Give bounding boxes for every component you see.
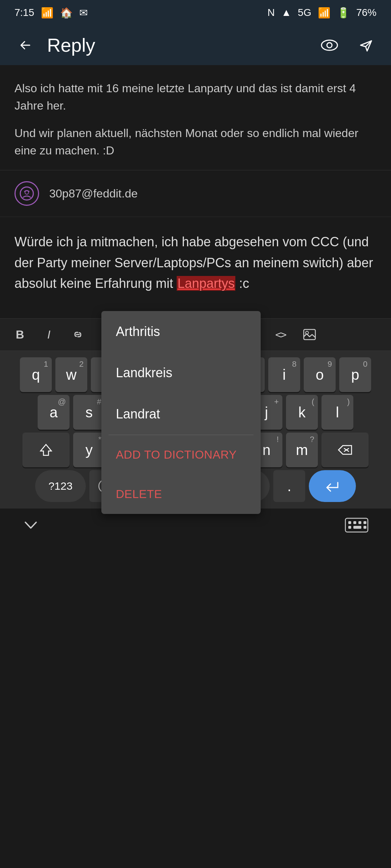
send-button[interactable] (355, 34, 377, 56)
reply-text[interactable]: Würde ich ja mitmachen, ich habe abgeseh… (14, 231, 377, 294)
back-button[interactable] (14, 34, 36, 56)
svg-point-1 (327, 43, 332, 48)
key-m[interactable]: m? (286, 433, 318, 467)
battery-icon: 🔋 (337, 7, 350, 19)
sender-row: 30p87@feddit.de (0, 170, 391, 217)
key-o[interactable]: o9 (304, 357, 336, 392)
key-l[interactable]: l) (321, 395, 353, 430)
quoted-paragraph-2: Und wir planen aktuell, nächsten Monat o… (14, 124, 377, 159)
app-bar: Reply (0, 25, 391, 65)
page-title: Reply (47, 34, 95, 56)
battery-percent: 76% (356, 7, 377, 18)
svg-rect-29 (363, 526, 366, 529)
key-w[interactable]: w2 (55, 357, 87, 392)
wifi-icon: ▲ (281, 7, 291, 18)
nfc-icon: N (268, 7, 275, 18)
spell-suggestion-1[interactable]: Arthritis (101, 311, 261, 352)
key-a[interactable]: a@ (38, 395, 70, 430)
sender-email: 30p87@feddit.de (49, 187, 138, 200)
reply-content-area[interactable]: Würde ich ja mitmachen, ich habe abgeseh… (0, 217, 391, 318)
spell-check-popup: Arthritis Landkreis Landrat ADD TO DICTI… (101, 311, 261, 514)
svg-rect-26 (363, 521, 366, 524)
misspelled-word[interactable]: Lanpartys (177, 276, 235, 291)
key-y[interactable]: y* (73, 433, 105, 467)
mail-icon: ✉ (79, 7, 88, 19)
add-to-dictionary-button[interactable]: ADD TO DICTIONARY (101, 435, 261, 475)
code-button[interactable]: <> (268, 322, 293, 347)
key-s[interactable]: s# (73, 395, 105, 430)
chevron-down-icon[interactable] (22, 518, 40, 536)
svg-rect-22 (345, 518, 368, 532)
image-button[interactable] (297, 322, 322, 347)
carrier-icon: 🏠 (60, 7, 73, 19)
svg-rect-24 (353, 521, 356, 524)
period-key[interactable]: . (273, 470, 305, 502)
key-p[interactable]: p0 (339, 357, 371, 392)
status-right: N ▲ 5G 📶 🔋 76% (268, 7, 377, 19)
spell-suggestion-3[interactable]: Landrat (101, 393, 261, 435)
italic-button[interactable]: I (36, 322, 62, 347)
time: 7:15 (14, 7, 34, 18)
svg-rect-27 (348, 526, 351, 529)
reply-text-after: :c (235, 276, 249, 291)
status-bar: 7:15 📶 🏠 ✉ N ▲ 5G 📶 🔋 76% (0, 0, 391, 25)
signal-bars-icon: 📶 (318, 7, 331, 19)
quoted-section: Also ich hatte mit 16 meine letzte Lanpa… (0, 65, 391, 170)
app-bar-left: Reply (14, 34, 95, 56)
svg-point-3 (25, 191, 29, 194)
key-k[interactable]: k( (286, 395, 318, 430)
quoted-text: Also ich hatte mit 16 meine letzte Lanpa… (14, 80, 377, 159)
bottom-bar (0, 509, 391, 545)
bold-button[interactable]: B (7, 322, 33, 347)
avatar (14, 181, 39, 206)
spell-suggestion-2[interactable]: Landkreis (101, 352, 261, 393)
quoted-paragraph-1: Also ich hatte mit 16 meine letzte Lanpa… (14, 80, 377, 114)
backspace-key[interactable] (321, 433, 369, 467)
signal-icon: 📶 (41, 7, 54, 19)
svg-rect-23 (348, 521, 351, 524)
numbers-key[interactable]: ?123 (35, 470, 86, 502)
key-q[interactable]: q1 (20, 357, 52, 392)
shift-key[interactable] (22, 433, 70, 467)
svg-rect-28 (353, 526, 361, 529)
svg-point-0 (321, 40, 337, 50)
svg-rect-25 (358, 521, 361, 524)
status-left: 7:15 📶 🏠 ✉ (14, 7, 88, 19)
preview-button[interactable] (319, 34, 340, 56)
enter-key[interactable] (309, 470, 356, 502)
svg-point-2 (20, 187, 33, 200)
app-bar-icons (319, 34, 377, 56)
link-button[interactable] (65, 322, 91, 347)
delete-button[interactable]: DELETE (101, 475, 261, 514)
key-i[interactable]: i8 (268, 357, 300, 392)
network-icon: 5G (298, 7, 311, 18)
keyboard-icon[interactable] (344, 516, 369, 537)
